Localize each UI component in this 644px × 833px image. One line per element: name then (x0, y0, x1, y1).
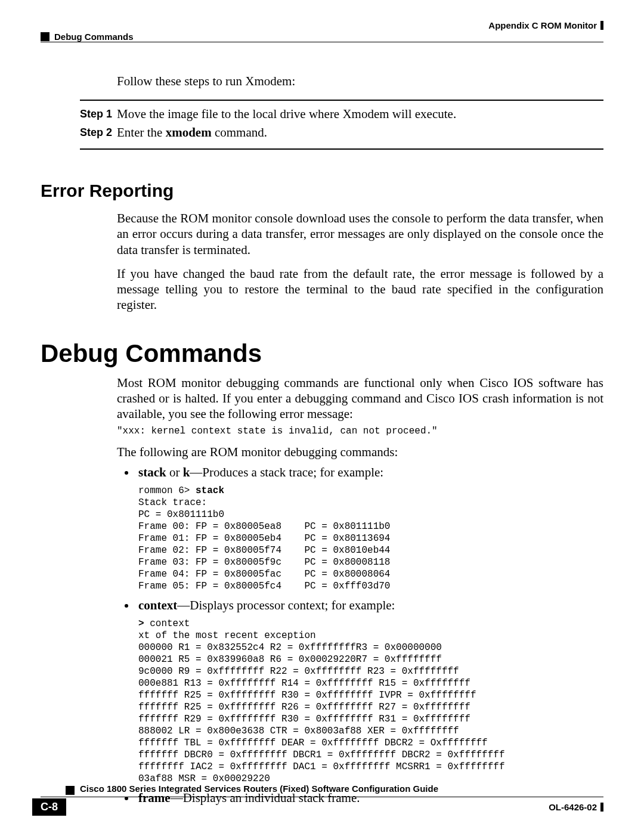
stack-code-block: rommon 6> stack Stack trace: PC = 0x8011… (138, 485, 603, 592)
header-left-text: Debug Commands (54, 32, 134, 42)
bullet-stack-kw2: k (183, 465, 190, 479)
debug-bullet-list: stack or k—Produces a stack trace; for e… (41, 465, 603, 480)
debug-bullet-list-2: context—Displays processor context; for … (41, 598, 603, 613)
stack-code-line0-prefix: rommon 6> (138, 485, 196, 496)
header-left: Debug Commands (41, 32, 134, 42)
debug-p2: The following are ROM monitor debugging … (117, 444, 603, 460)
step-2: Step 2 Enter the xmodem command. (80, 125, 603, 140)
step-2-prefix: Enter the (117, 125, 166, 140)
header-marker-icon (600, 21, 603, 30)
stack-code-bold: stack (196, 485, 224, 496)
step-2-body: Enter the xmodem command. (117, 125, 603, 140)
debug-p1: Most ROM monitor debugging commands are … (117, 375, 603, 422)
bullet-stack-rest: —Produces a stack trace; for example: (190, 465, 383, 479)
footer-doc-text: OL-6426-02 (549, 802, 597, 812)
step-1: Step 1 Move the image file to the local … (80, 107, 603, 122)
error-reporting-p1: Because the ROM monitor console download… (117, 210, 603, 258)
bullet-stack-mid: or (166, 465, 183, 479)
footer-rule (41, 797, 603, 797)
header-right-text: Appendix C ROM Monitor (488, 20, 597, 30)
bullet-context-rest: —Displays processor context; for example… (177, 598, 395, 612)
debug-error-code: "xxx: kernel context state is invalid, c… (117, 425, 603, 437)
header-right: Appendix C ROM Monitor (488, 20, 603, 30)
bullet-stack: stack or k—Produces a stack trace; for e… (136, 465, 603, 480)
page-number-badge: C-8 (32, 798, 66, 816)
bullet-stack-kw1: stack (138, 465, 166, 479)
footer-doc-id: OL-6426-02 (549, 802, 603, 812)
step-rule-top (80, 100, 603, 101)
footer-marker-icon (600, 803, 603, 812)
step-rule-bottom (80, 148, 603, 150)
step-1-label: Step 1 (80, 107, 117, 120)
footer-title: Cisco 1800 Series Integrated Services Ro… (80, 784, 438, 794)
bullet-context: context—Displays processor context; for … (136, 598, 603, 613)
step-2-suffix: command. (212, 125, 267, 140)
error-reporting-p2: If you have changed the baud rate from t… (117, 266, 603, 313)
header-square-icon (41, 32, 49, 41)
bullet-context-kw: context (138, 598, 177, 612)
page: Appendix C ROM Monitor Debug Commands Fo… (0, 0, 644, 833)
context-code-block: > context xt of the most recent exceptio… (138, 618, 603, 785)
footer-square-icon (66, 786, 75, 795)
step-2-cmd: xmodem (166, 125, 212, 140)
intro-text: Follow these steps to run Xmodem: (117, 74, 603, 89)
step-2-label: Step 2 (80, 125, 117, 139)
debug-commands-heading: Debug Commands (41, 339, 603, 368)
step-1-body: Move the image file to the local drive w… (117, 107, 603, 122)
error-reporting-heading: Error Reporting (41, 181, 603, 201)
header-rule (41, 42, 603, 42)
